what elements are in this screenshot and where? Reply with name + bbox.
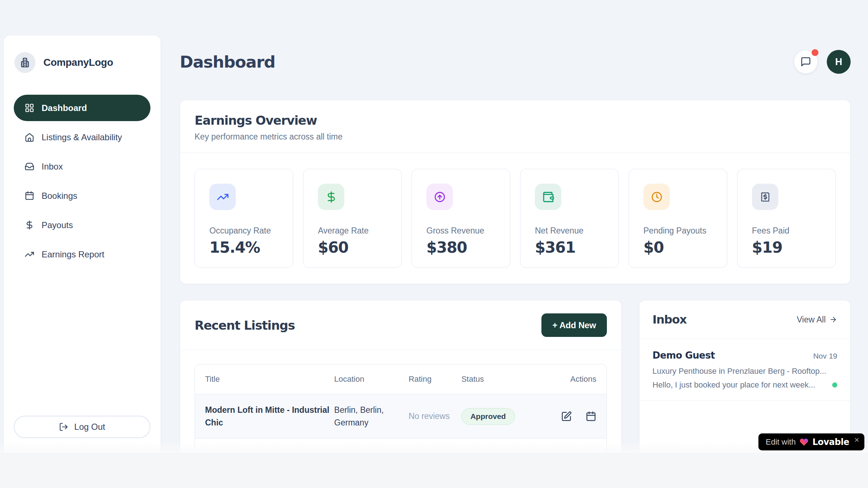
- lovable-brand-label: Lovable: [812, 437, 849, 447]
- wallet-icon: [542, 191, 554, 203]
- sidebar-item-earnings-report[interactable]: Earnings Report: [14, 241, 150, 267]
- header-actions: H: [794, 50, 851, 74]
- listings-table-header: Title Location Rating Status Actions: [195, 364, 607, 394]
- status-badge: Approved: [461, 408, 515, 425]
- listings-table: Title Location Rating Status Actions Mod…: [195, 364, 607, 453]
- company-logo-text: CompanyLogo: [43, 57, 113, 68]
- metric-value: $361: [535, 239, 605, 256]
- metric-value: $380: [426, 239, 497, 256]
- calendar-icon[interactable]: [586, 411, 596, 422]
- main-content: Dashboard H Earnings Overview: [180, 0, 851, 453]
- earnings-header: Earnings Overview Key performance metric…: [180, 100, 850, 153]
- message-sender: Demo Guest: [652, 350, 715, 361]
- edit-with-lovable-badge[interactable]: Edit with Lovable ×: [758, 433, 864, 450]
- inbox-header: Inbox View All: [639, 300, 850, 339]
- metrics-row: Occupancy Rate 15.4% Average Rate $60: [180, 153, 850, 284]
- metric-label: Gross Revenue: [426, 226, 497, 236]
- recent-listings-card: Recent Listings + Add New Title Location…: [180, 300, 622, 453]
- dollar-icon: [325, 191, 337, 203]
- sidebar-item-label: Payouts: [42, 220, 73, 230]
- clock-icon: [651, 191, 663, 203]
- trending-up-icon: [25, 249, 34, 259]
- lower-row: Recent Listings + Add New Title Location…: [180, 300, 851, 453]
- metric-label: Fees Paid: [752, 226, 822, 236]
- column-header-rating: Rating: [409, 374, 461, 384]
- sidebar-item-payouts[interactable]: Payouts: [14, 212, 150, 238]
- logout-label: Log Out: [74, 422, 105, 432]
- message-preview: Hello, I just booked your place for next…: [652, 380, 815, 390]
- listing-title: Modern Loft in Mitte - Industrial Chic: [205, 404, 332, 429]
- metric-label: Occupancy Rate: [209, 226, 280, 236]
- logo: CompanyLogo: [14, 52, 150, 73]
- logout-button[interactable]: Log Out: [14, 416, 150, 438]
- metric-icon-tile: [752, 184, 778, 210]
- sidebar: CompanyLogo Dashboard: [4, 35, 161, 453]
- view-all-label: View All: [797, 315, 826, 325]
- inbox-icon: [25, 162, 34, 171]
- metric-average-rate: Average Rate $60: [303, 169, 402, 268]
- metric-label: Pending Payouts: [643, 226, 714, 236]
- chat-bubble-icon: [800, 56, 811, 67]
- metric-icon-tile: [318, 184, 344, 210]
- earnings-overview-card: Earnings Overview Key performance metric…: [180, 100, 851, 284]
- edit-icon[interactable]: [561, 411, 572, 422]
- recent-listings-title: Recent Listings: [195, 318, 295, 333]
- inbox-title: Inbox: [652, 313, 686, 326]
- table-row[interactable]: Modern Loft in Mitte - Industrial Chic B…: [195, 394, 607, 438]
- circle-arrow-up-icon: [434, 191, 446, 203]
- metric-pending-payouts: Pending Payouts $0: [629, 169, 727, 268]
- sidebar-item-dashboard[interactable]: Dashboard: [14, 95, 150, 121]
- metric-gross-revenue: Gross Revenue $380: [412, 169, 510, 268]
- recent-listings-body: Title Location Rating Status Actions Mod…: [180, 350, 621, 453]
- sidebar-nav: Dashboard Listings & Availability: [14, 95, 150, 267]
- metric-label: Net Revenue: [535, 226, 605, 236]
- sidebar-item-listings[interactable]: Listings & Availability: [14, 124, 150, 150]
- inbox-card: Inbox View All Demo Guest Nov 1: [639, 300, 851, 453]
- sidebar-item-label: Dashboard: [42, 103, 87, 113]
- close-icon[interactable]: ×: [854, 435, 859, 445]
- metric-icon-tile: [426, 184, 453, 210]
- sidebar-item-bookings[interactable]: Bookings: [14, 183, 150, 209]
- metric-value: $60: [318, 239, 388, 256]
- metric-fees-paid: Fees Paid $19: [737, 169, 836, 268]
- metric-value: 15.4%: [209, 239, 280, 256]
- column-header-status: Status: [461, 374, 538, 384]
- chat-button[interactable]: [794, 50, 817, 73]
- trending-up-icon: [217, 191, 229, 203]
- dollar-icon: [25, 220, 34, 230]
- add-new-button[interactable]: + Add New: [541, 313, 607, 337]
- sidebar-item-label: Inbox: [42, 162, 63, 172]
- avatar-initial: H: [835, 56, 842, 68]
- grid-icon: [25, 103, 34, 113]
- sidebar-item-inbox[interactable]: Inbox: [14, 153, 150, 180]
- recent-listings-header: Recent Listings + Add New: [180, 300, 621, 350]
- notification-dot: [812, 49, 818, 56]
- arrow-right-icon: [829, 316, 837, 324]
- avatar[interactable]: H: [827, 50, 851, 74]
- lovable-heart-icon: [799, 437, 809, 447]
- message-top-row: Demo Guest Nov 19: [652, 350, 837, 361]
- listing-location: Berlin, Berlin, Germany: [334, 404, 407, 429]
- metric-label: Average Rate: [318, 226, 388, 236]
- sidebar-item-label: Earnings Report: [42, 249, 104, 260]
- column-header-actions: Actions: [538, 374, 596, 384]
- metric-value: $19: [752, 239, 822, 256]
- home-icon: [25, 132, 34, 142]
- listing-actions: [538, 411, 596, 422]
- view-all-link[interactable]: View All: [797, 315, 837, 325]
- inbox-message[interactable]: Demo Guest Nov 19 Luxury Penthouse in Pr…: [639, 339, 850, 401]
- listing-rating: No reviews: [409, 410, 454, 423]
- metric-icon-tile: [535, 184, 561, 210]
- page-header: Dashboard H: [180, 0, 851, 74]
- metric-icon-tile: [209, 184, 236, 210]
- message-subject: Luxury Penthouse in Prenzlauer Berg - Ro…: [652, 367, 837, 376]
- lovable-prefix-label: Edit with: [766, 437, 796, 447]
- table-row[interactable]: [195, 438, 607, 453]
- receipt-icon: [759, 191, 771, 203]
- page-title: Dashboard: [180, 52, 275, 72]
- metric-value: $0: [643, 239, 714, 256]
- message-date: Nov 19: [813, 352, 837, 360]
- unread-dot: [832, 382, 837, 388]
- sidebar-item-label: Bookings: [42, 191, 77, 201]
- message-preview-row: Hello, I just booked your place for next…: [652, 380, 837, 390]
